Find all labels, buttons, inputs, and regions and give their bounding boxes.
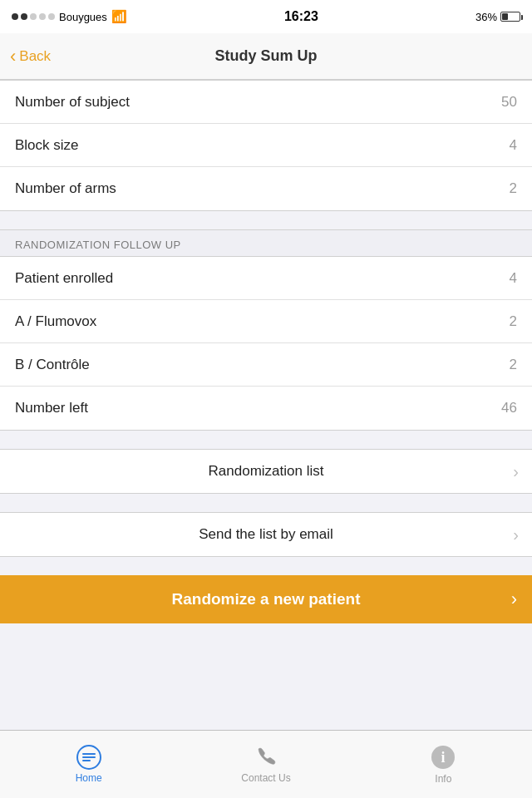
randomization-list-button[interactable]: Randomization list ›: [0, 450, 532, 493]
spacer: [0, 431, 532, 449]
svg-rect-3: [82, 760, 91, 761]
tab-contact-label: Contact Us: [241, 772, 290, 784]
table-row: Number of subject 50: [0, 81, 532, 124]
row-value: 2: [510, 180, 517, 197]
row-label: Number of subject: [15, 94, 130, 111]
study-details-section: Number of subject 50 Block size 4 Number…: [0, 80, 532, 211]
chevron-right-icon: ›: [513, 525, 519, 544]
action-label: Randomization list: [209, 463, 324, 480]
table-row: Number of arms 2: [0, 167, 532, 210]
follow-up-section: Patient enrolled 4 A / Flumovox 2 B / Co…: [0, 256, 532, 431]
svg-text:i: i: [441, 749, 446, 766]
row-label: Number of arms: [15, 180, 116, 197]
wifi-icon: 📶: [111, 9, 127, 24]
battery-percent: 36%: [475, 11, 497, 23]
tab-bar: Home Contact Us i Info: [0, 730, 532, 798]
row-value: 4: [510, 137, 517, 154]
status-time: 16:23: [284, 9, 318, 24]
info-icon: i: [430, 744, 456, 771]
main-content: Number of subject 50 Block size 4 Number…: [0, 80, 532, 698]
tab-info[interactable]: i Info: [355, 731, 532, 798]
table-row: Block size 4: [0, 124, 532, 167]
send-email-button[interactable]: Send the list by email ›: [0, 513, 532, 556]
home-icon: [75, 745, 103, 770]
section-header: RANDOMIZATION FOLLOW UP: [0, 229, 532, 256]
back-chevron-icon: ‹: [10, 46, 16, 67]
svg-rect-2: [82, 756, 96, 758]
row-label: Patient enrolled: [15, 270, 113, 287]
randomize-chevron-icon: ›: [511, 589, 517, 610]
row-value: 2: [510, 313, 517, 330]
email-action-section: Send the list by email ›: [0, 512, 532, 557]
page-title: Study Sum Up: [214, 47, 317, 65]
back-label: Back: [19, 48, 51, 65]
phone-icon: [254, 745, 278, 770]
battery-icon: [500, 12, 520, 22]
row-value: 2: [510, 357, 517, 373]
row-label: B / Contrôle: [15, 357, 90, 373]
status-bar: Bouygues 📶 16:23 36%: [0, 0, 532, 33]
chevron-right-icon: ›: [513, 462, 519, 481]
table-row: A / Flumovox 2: [0, 300, 532, 343]
svg-rect-1: [82, 753, 96, 755]
row-value: 4: [510, 270, 517, 287]
randomize-label: Randomize a new patient: [172, 590, 361, 608]
table-row: Number left 46: [0, 387, 532, 430]
spacer: [0, 211, 532, 229]
row-label: Number left: [15, 400, 88, 416]
status-left: Bouygues 📶: [12, 9, 127, 24]
row-value: 50: [501, 94, 517, 111]
tab-contact[interactable]: Contact Us: [177, 731, 354, 798]
tab-info-label: Info: [435, 773, 451, 785]
row-label: Block size: [15, 137, 79, 154]
action-section: Randomization list ›: [0, 449, 532, 494]
table-row: B / Contrôle 2: [0, 343, 532, 387]
bottom-padding: [0, 623, 532, 698]
status-right: 36%: [475, 11, 520, 23]
tab-home-label: Home: [76, 772, 102, 784]
nav-bar: ‹ Back Study Sum Up: [0, 33, 532, 80]
back-button[interactable]: ‹ Back: [10, 46, 51, 67]
action-label: Send the list by email: [199, 526, 333, 543]
spacer: [0, 494, 532, 512]
signal-dots: [12, 13, 55, 20]
row-value: 46: [501, 400, 517, 416]
row-label: A / Flumovox: [15, 313, 96, 330]
table-row: Patient enrolled 4: [0, 257, 532, 300]
randomize-button[interactable]: Randomize a new patient ›: [0, 575, 532, 623]
tab-home[interactable]: Home: [0, 731, 177, 798]
carrier-label: Bouygues: [59, 11, 107, 23]
